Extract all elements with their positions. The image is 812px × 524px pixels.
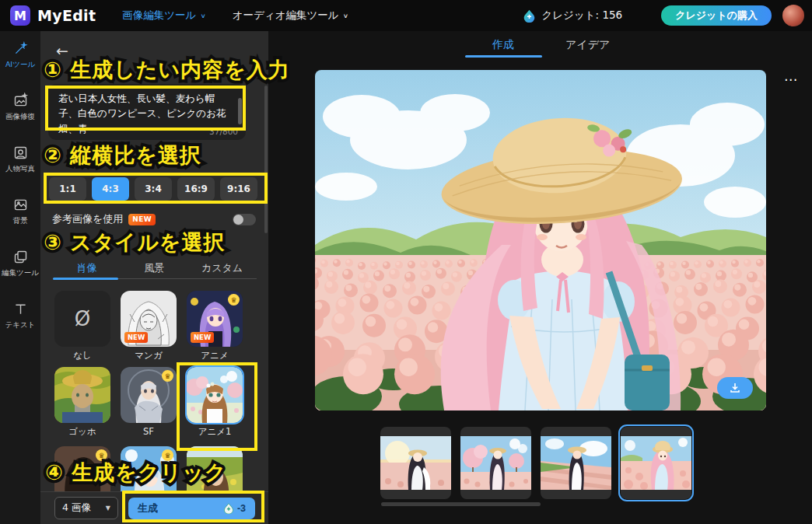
new-badge: NEW: [191, 332, 214, 343]
thumbnail-2[interactable]: [460, 427, 531, 499]
prompt-textarea[interactable]: 若い日本人女性、長い髪、麦わら帽子、白色のワンピース、ピンクのお花畑、青 37/…: [48, 84, 246, 140]
generate-button[interactable]: 生成 -3: [128, 498, 255, 519]
rail-label: 人物写真: [5, 164, 35, 174]
image-sparkle-icon: [12, 93, 29, 109]
new-badge: NEW: [124, 332, 148, 343]
crown-badge-icon: ♛: [162, 370, 173, 382]
generate-cost: -3: [223, 503, 246, 514]
nav-image-tools-label: 画像編集ツール: [122, 9, 196, 23]
prompt-scrollbar[interactable]: [238, 98, 242, 124]
generated-image-scene: [315, 70, 766, 410]
download-icon: [729, 382, 741, 394]
style-label: アニメ: [187, 350, 243, 362]
annotation-step3: ③ スタイルを選択: [44, 229, 225, 257]
rail-label: 画像修復: [5, 112, 35, 122]
more-options-button[interactable]: ⋯: [784, 72, 798, 87]
style-option-anime[interactable]: NEW ♛ アニメ: [187, 291, 243, 362]
nav-audio-tools-label: オーディオ編集ツール: [233, 9, 339, 23]
style-label: SF: [121, 426, 177, 437]
style-none-tile: Ø: [54, 291, 110, 347]
style-gogh-tile: [54, 367, 110, 423]
sidebar-item-ai-tools[interactable]: AIツール: [0, 40, 40, 70]
caret-down-icon: ▼: [106, 505, 110, 512]
cost-value: -3: [237, 503, 246, 514]
person-photo-icon: [12, 145, 29, 161]
thumbnail-3[interactable]: [541, 427, 611, 499]
tab-ideas[interactable]: アイデア: [565, 38, 610, 52]
buy-credits-button[interactable]: クレジットの購入: [661, 5, 772, 26]
aspect-ratio-16-9[interactable]: 16:9: [177, 177, 215, 201]
main-tab-bar: 作成 アイデア: [268, 31, 812, 58]
tab-active-underline: [465, 55, 542, 58]
chevron-down-icon: ∨: [343, 12, 348, 19]
tab-landscape[interactable]: 風景: [121, 261, 188, 275]
style-sf-tile: ♛: [121, 367, 177, 423]
reference-image-label: 参考画像を使用: [52, 212, 123, 226]
generate-label: 生成: [138, 501, 158, 515]
sidebar-item-image-restore[interactable]: 画像修復: [0, 93, 40, 122]
tab-create[interactable]: 作成: [492, 38, 514, 52]
panel-bottom-bar: 4 画像 ▼ 生成 -3: [40, 491, 268, 524]
generated-image[interactable]: [315, 70, 766, 410]
top-bar: M MyEdit 画像編集ツール ∨ オーディオ編集ツール ∨ クレジット: 1…: [0, 0, 812, 31]
new-badge: NEW: [128, 214, 156, 225]
crown-badge-icon: ♛: [228, 294, 240, 306]
myedit-logo-icon: M: [10, 5, 30, 26]
image-count-dropdown[interactable]: 4 画像 ▼: [54, 497, 118, 519]
character-counter: 37/800: [209, 125, 238, 138]
user-avatar[interactable]: [782, 5, 804, 26]
result-thumbnails: [380, 427, 691, 499]
text-icon: [12, 301, 29, 317]
style-option-gogh[interactable]: ゴッホ: [54, 367, 110, 438]
annotation-step1: ① 生成したい内容を入力: [44, 56, 290, 84]
sidebar-item-background[interactable]: 背景: [0, 197, 40, 226]
image-count-value: 4 画像: [62, 501, 91, 515]
tab-custom[interactable]: カスタム: [188, 261, 256, 275]
nav-audio-tools[interactable]: オーディオ編集ツール ∨: [233, 9, 348, 23]
prompt-text: 若い日本人女性、長い髪、麦わら帽子、白色のワンピース、ピンクのお花畑、青: [58, 93, 226, 134]
thumbnail-1-image: [380, 436, 451, 490]
style-label: ゴッホ: [54, 426, 110, 438]
aspect-ratio-1-1[interactable]: 1:1: [49, 177, 86, 201]
sidebar-item-edit-tools[interactable]: 編集ツール: [0, 249, 40, 278]
brand-name: MyEdit: [37, 7, 96, 24]
style-option-none[interactable]: Ø なし: [54, 291, 110, 362]
credit-coin-icon: [223, 503, 234, 514]
sidebar-item-portrait-photo[interactable]: 人物写真: [0, 145, 40, 174]
thumbnail-2-image: [460, 436, 531, 490]
rail-label: 背景: [13, 216, 28, 226]
none-icon: Ø: [54, 291, 110, 347]
style-option-manga[interactable]: NEW マンガ: [121, 291, 177, 362]
download-button[interactable]: [717, 377, 753, 399]
chevron-down-icon: ∨: [200, 12, 205, 19]
tool-rail: AIツール 画像修復 人物写真 背景 編集ツール: [0, 31, 40, 524]
reference-image-toggle[interactable]: [233, 214, 256, 225]
aspect-ratio-3-4[interactable]: 3:4: [135, 177, 172, 201]
tab-portrait[interactable]: 肖像: [53, 261, 121, 275]
style-label: マンガ: [121, 350, 177, 362]
style-option-sf[interactable]: ♛ SF: [121, 367, 177, 437]
credit-coin-icon: [523, 9, 536, 23]
style-label: アニメ1: [187, 426, 243, 438]
rail-label: AIツール: [5, 60, 35, 70]
generator-panel: ← 若い日本人女性、長い髪、麦わら帽子、白色のワンピース、ピンクのお花畑、青 3…: [40, 31, 268, 524]
tab-active-underline: [53, 278, 118, 280]
aspect-ratio-4-3[interactable]: 4:3: [92, 177, 129, 201]
anime1-style-thumbnail: [187, 367, 243, 423]
layers-icon: [12, 249, 29, 265]
sidebar-item-text[interactable]: テキスト: [0, 301, 40, 330]
magic-wand-icon: [12, 40, 29, 57]
myedit-app: M MyEdit 画像編集ツール ∨ オーディオ編集ツール ∨ クレジット: 1…: [0, 0, 812, 524]
aspect-ratio-group: 1:1 4:3 3:4 16:9 9:16: [49, 177, 257, 201]
thumbnail-scrollbar[interactable]: [381, 502, 541, 506]
thumbnail-1[interactable]: [380, 427, 451, 499]
panel-scrollbar[interactable]: [264, 86, 268, 233]
annotation-step2: ② 縦横比を選択: [44, 141, 201, 169]
thumbnail-3-image: [541, 436, 611, 490]
thumbnail-4-selected[interactable]: [621, 427, 691, 499]
style-option-anime1[interactable]: アニメ1: [187, 367, 243, 438]
annotation-step4: ④ 生成をクリック: [45, 459, 226, 487]
aspect-ratio-9-16[interactable]: 9:16: [220, 177, 257, 201]
nav-image-tools[interactable]: 画像編集ツール ∨: [122, 9, 205, 23]
rail-label: 編集ツール: [2, 268, 39, 278]
